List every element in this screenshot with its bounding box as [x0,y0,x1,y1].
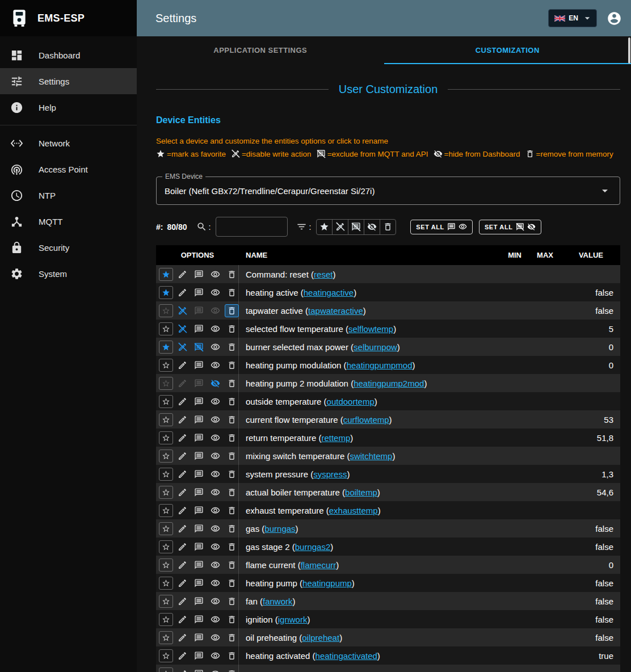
eye-icon[interactable] [208,268,222,281]
entity-shortname-link[interactable]: exhausttemp [329,506,378,515]
edit-icon[interactable] [175,540,190,553]
table-row[interactable] [156,665,620,672]
sidebar-item-help[interactable]: Help [0,94,137,120]
sidebar-item-network[interactable]: Network [0,130,137,156]
entity-shortname-link[interactable]: selburnpow [354,342,397,352]
eye-icon[interactable] [208,649,222,662]
favorite-star-icon[interactable] [159,413,173,426]
trash-icon[interactable] [225,486,239,499]
sidebar-item-system[interactable]: System [0,261,137,287]
edit-off-icon[interactable] [175,322,190,335]
comment-icon[interactable] [192,450,206,463]
table-row[interactable]: selected flow temperature (selflowtemp)5 [156,320,620,338]
favorite-star-icon[interactable] [159,431,173,444]
eye-icon[interactable] [208,577,222,590]
comment-icon[interactable] [192,322,206,335]
eye-icon[interactable] [208,304,222,317]
comment-icon[interactable] [192,395,206,408]
edit-icon[interactable] [175,431,190,444]
filter-remove-toggle[interactable] [380,219,396,235]
entity-shortname-link[interactable]: tapwateractive [308,306,363,316]
table-row[interactable]: Command: reset (reset) [156,265,620,283]
favorite-star-icon[interactable] [159,558,173,572]
favorite-star-icon[interactable] [159,595,173,608]
table-row[interactable]: gas stage 2 (burngas2)false [156,537,620,556]
entity-shortname-link[interactable]: heatingpump [302,578,352,588]
trash-icon[interactable] [225,540,239,553]
trash-icon[interactable] [225,667,239,672]
entity-shortname-link[interactable]: curflowtemp [343,415,389,425]
trash-icon[interactable] [225,322,239,335]
favorite-star-filled-icon[interactable] [159,341,173,354]
entity-shortname-link[interactable]: heatingactive [304,288,354,297]
edit-icon[interactable] [175,413,190,426]
tab-customization[interactable]: CUSTOMIZATION [384,36,631,64]
table-row[interactable]: tapwater active (tapwateractive)false [156,301,620,320]
trash-icon[interactable] [225,468,239,481]
comment-icon[interactable] [192,667,206,672]
table-row[interactable]: outside temperature (outdoortemp) [156,392,620,410]
eye-icon[interactable] [208,504,222,517]
edit-icon[interactable] [175,613,190,626]
account-icon[interactable] [603,7,625,30]
comment-icon[interactable] [192,558,206,572]
edit-icon[interactable] [175,558,190,572]
sidebar-item-access-point[interactable]: Access Point [0,156,137,182]
eye-icon[interactable] [208,359,222,372]
sidebar-item-ntp[interactable]: NTP [0,182,137,208]
favorite-star-filled-icon[interactable] [159,286,173,299]
entity-shortname-link[interactable]: selflowtemp [348,324,393,334]
favorite-star-icon[interactable] [159,613,173,626]
favorite-star-icon[interactable] [159,486,173,499]
filter-disable-write-toggle[interactable] [332,219,348,235]
entity-shortname-link[interactable]: fanwork [263,597,293,606]
favorite-star-icon[interactable] [159,504,173,517]
favorite-star-icon[interactable] [159,649,173,662]
trash-icon[interactable] [225,341,239,354]
eye-icon[interactable] [208,558,222,572]
edit-icon[interactable] [175,631,190,644]
table-row[interactable]: exhaust temperature (exhausttemp) [156,501,620,519]
favorite-star-icon[interactable] [159,522,173,535]
trash-icon[interactable] [225,649,239,662]
table-row[interactable]: heating pump modulation (heatingpumpmod)… [156,356,620,374]
trash-icon[interactable] [225,595,239,608]
entity-shortname-link[interactable]: outdoortemp [327,397,375,406]
favorite-star-icon[interactable] [159,395,173,408]
edit-icon[interactable] [175,395,190,408]
scrollbar-thumb[interactable] [628,37,630,64]
table-row[interactable]: burner selected max power (selburnpow)0 [156,338,620,356]
entity-shortname-link[interactable]: burngas2 [295,542,331,552]
edit-icon[interactable] [175,577,190,590]
edit-icon[interactable] [175,286,190,299]
comment-icon[interactable] [192,631,206,644]
trash-icon[interactable] [225,504,239,517]
comment-icon[interactable] [192,268,206,281]
comment-icon[interactable] [192,595,206,608]
edit-icon[interactable] [175,468,190,481]
search-input[interactable] [216,217,288,237]
favorite-star-icon[interactable] [159,359,173,372]
trash-icon[interactable] [225,577,239,590]
table-row[interactable]: system pressure (syspress)1,3 [156,465,620,483]
filter-favorite-toggle[interactable] [316,219,333,235]
trash-icon[interactable] [225,359,239,372]
table-row[interactable]: heating activated (heatingactivated)true [156,646,620,665]
eye-icon[interactable] [208,413,222,426]
tab-application-settings[interactable]: APPLICATION SETTINGS [137,36,384,64]
table-row[interactable]: oil preheating (oilpreheat)false [156,628,620,646]
comment-icon[interactable] [192,649,206,662]
comment-icon[interactable] [192,431,206,444]
eye-icon[interactable] [208,631,222,644]
trash-icon[interactable] [225,450,239,463]
edit-icon[interactable] [175,359,190,372]
language-selector[interactable]: EN [548,9,597,27]
entity-shortname-link[interactable]: boiltemp [345,488,377,497]
eye-icon[interactable] [208,667,222,672]
entity-shortname-link[interactable]: oilpreheat [302,633,339,642]
eye-icon[interactable] [208,286,222,299]
eye-icon[interactable] [208,540,222,553]
eye-icon[interactable] [208,395,222,408]
table-row[interactable]: heating pump (heatingpump)false [156,574,620,592]
edit-off-icon[interactable] [175,304,190,317]
